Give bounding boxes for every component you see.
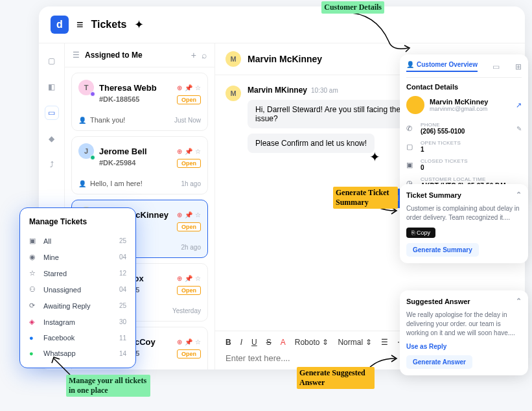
category-count: 04 xyxy=(119,253,126,261)
filter-icon: ☰ xyxy=(73,51,80,60)
category-label: Mine xyxy=(43,253,59,261)
pin-icon[interactable]: 📌 xyxy=(185,211,192,218)
category-label: Unassigned xyxy=(43,286,81,294)
annotation-suggested-answer: Generate Suggested Answer xyxy=(297,367,375,389)
generate-summary-button[interactable]: Generate Summary xyxy=(406,243,479,257)
nav-item-1[interactable]: ▢ xyxy=(45,54,59,68)
manage-item[interactable]: ⚇Unassigned04 xyxy=(20,281,135,298)
ticket-time: 2h ago xyxy=(181,244,201,251)
sparkle-icon: ✦ xyxy=(369,149,380,165)
annotation-customer-details: Customer Details xyxy=(321,1,384,14)
person-icon: 👤 xyxy=(78,117,86,124)
edit-icon[interactable]: ✎ xyxy=(516,125,522,132)
message-sender: Marvin MKinney xyxy=(248,86,307,95)
category-label: Instagram xyxy=(43,318,75,326)
pin-icon[interactable]: 📌 xyxy=(185,275,192,282)
use-as-reply-link[interactable]: Use as Reply xyxy=(406,343,522,350)
category-count: 11 xyxy=(119,335,126,342)
star-icon[interactable]: ☆ xyxy=(195,338,201,346)
message-bubble: Please Confirm and let us know! xyxy=(248,134,375,153)
message-time: 10:30 am xyxy=(311,87,338,94)
status-badge: Open xyxy=(177,349,201,358)
collapse-icon[interactable]: ⌃ xyxy=(516,297,522,305)
nav-item-4[interactable]: ◆ xyxy=(45,132,59,146)
topbar: d ≡ Tickets ✦ xyxy=(39,6,525,43)
nav-item-tickets[interactable]: ▭ xyxy=(45,106,59,120)
manage-title: Manage Tickets xyxy=(20,215,135,233)
customer-overview-tab[interactable]: 👤 Customer Overview xyxy=(406,61,478,72)
summary-title: Ticket Summary xyxy=(406,191,461,199)
detail-field: ✆PHONE(206) 555-0100✎ xyxy=(406,119,522,137)
pin-icon[interactable]: 📌 xyxy=(185,148,192,155)
star-icon[interactable]: ☆ xyxy=(195,211,201,218)
strike-button[interactable]: S xyxy=(266,338,272,347)
search-button[interactable]: ⌕ xyxy=(202,50,207,60)
color-button[interactable]: A xyxy=(281,338,286,347)
ticket-item[interactable]: T Theresa Webb ⊕📌☆ #DK-188565 Open 👤Than… xyxy=(71,73,208,131)
grid-view-icon[interactable]: ⊞ xyxy=(515,62,522,71)
list-button[interactable]: ☰ xyxy=(381,338,388,347)
add-ticket-button[interactable]: + xyxy=(191,50,196,60)
field-label: OPEN TICKETS xyxy=(421,140,461,146)
detail-field: ▣CLOSED TICKETS0 xyxy=(406,156,522,174)
ticket-item[interactable]: J Jerome Bell ⊕📌☆ #DK-25984 Open 👤Hello,… xyxy=(71,136,208,194)
category-label: Awaiting Reply xyxy=(43,302,91,310)
manage-item[interactable]: ●Facebook11 xyxy=(20,330,135,346)
collapse-icon[interactable]: ⌃ xyxy=(516,191,522,199)
generate-answer-button[interactable]: Generate Answer xyxy=(406,355,472,369)
manage-item[interactable]: ☆Starred12 xyxy=(20,265,135,281)
ticket-time: Just Now xyxy=(174,117,201,124)
external-link-icon[interactable]: ↗ xyxy=(516,101,522,110)
size-select[interactable]: Normal ⇕ xyxy=(338,338,372,347)
status-badge: Open xyxy=(177,159,201,168)
contact-details-heading: Contact Details xyxy=(406,83,522,91)
menu-icon[interactable]: ≡ xyxy=(76,18,84,32)
copy-button[interactable]: ⎘ Copy xyxy=(406,228,435,238)
category-label: Facebook xyxy=(43,334,75,342)
priority-icon: ⊕ xyxy=(177,275,182,282)
manage-item[interactable]: ▣All25 xyxy=(20,233,135,249)
pin-icon[interactable]: 📌 xyxy=(185,84,192,91)
star-icon[interactable]: ☆ xyxy=(195,275,201,282)
bold-button[interactable]: B xyxy=(226,338,231,347)
nav-item-2[interactable]: ◧ xyxy=(45,80,59,94)
category-icon: ☆ xyxy=(29,269,38,277)
underline-button[interactable]: U xyxy=(251,338,257,347)
manage-item[interactable]: ⟳Awaiting Reply25 xyxy=(20,298,135,314)
suggested-title: Suggested Answer xyxy=(406,298,470,305)
nav-item-5[interactable]: ⤴ xyxy=(45,158,59,172)
card-view-icon[interactable]: ▭ xyxy=(492,62,500,71)
italic-button[interactable]: I xyxy=(240,338,242,347)
category-icon: ● xyxy=(29,334,38,342)
pin-icon[interactable]: 📌 xyxy=(185,338,192,346)
ticket-list-header: ☰ Assigned to Me + ⌕ xyxy=(65,43,214,67)
priority-icon: ⊕ xyxy=(177,84,182,91)
category-count: 25 xyxy=(119,237,126,244)
detail-field: ▢OPEN TICKETS1 xyxy=(406,137,522,156)
customer-overview-panel: 👤 Customer Overview ▭ ⊞ Contact Details … xyxy=(400,54,528,198)
star-icon[interactable]: ☆ xyxy=(195,148,201,155)
annotation-manage-all: Manage your all tickets in one place xyxy=(66,375,150,397)
category-count: 14 xyxy=(119,350,126,357)
field-value: 1 xyxy=(421,146,461,153)
status-badge: Open xyxy=(177,95,201,104)
filter-label[interactable]: Assigned to Me xyxy=(85,51,186,60)
ticket-name: Jerome Bell xyxy=(99,147,147,156)
manage-item[interactable]: ◉Mine04 xyxy=(20,249,135,265)
category-count: 30 xyxy=(119,318,126,325)
manage-tickets-popup: Manage Tickets ▣All25◉Mine04☆Starred12⚇U… xyxy=(19,207,136,368)
ticket-summary-panel: Ticket Summary⌃ Customer is complaining … xyxy=(400,184,528,263)
status-badge: Open xyxy=(177,286,201,295)
font-select[interactable]: Roboto ⇕ xyxy=(295,338,329,347)
ticket-preview: Hello, I am here! xyxy=(90,180,143,187)
manage-item[interactable]: ◈Instagram30 xyxy=(20,314,135,330)
ticket-preview: Thank you! xyxy=(90,116,125,124)
sparkle-icon: ✦ xyxy=(134,18,144,32)
contact-name: Marvin McKinney xyxy=(430,98,488,106)
star-icon[interactable]: ☆ xyxy=(195,84,201,91)
field-label: CUSTOMER LOCAL TIME xyxy=(421,176,506,182)
category-icon: ◈ xyxy=(29,318,38,326)
conversation-name: Marvin McKinney xyxy=(248,54,322,64)
field-value: 0 xyxy=(421,164,468,171)
field-value: (206) 555-0100 xyxy=(421,128,465,135)
